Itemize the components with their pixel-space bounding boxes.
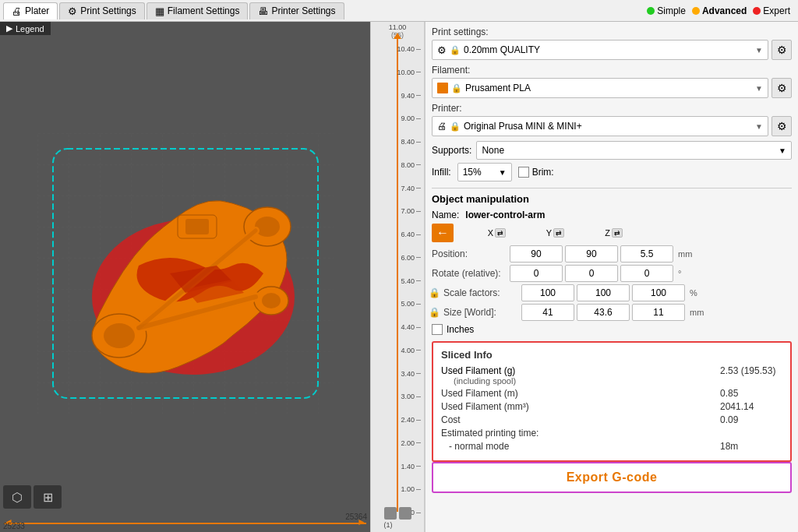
supports-arrow: ▼: [779, 146, 786, 155]
vr-mark-200: 2.00: [374, 439, 421, 447]
advanced-dot: [692, 7, 700, 15]
sliced-label-time-header: Estimated printing time:: [441, 428, 782, 439]
sliced-label-filament-m: Used Filament (m): [441, 388, 720, 399]
size-row: 🔒 Size [World]: 41 43.6 11 mm: [432, 304, 792, 321]
size-z-input[interactable]: 11: [632, 304, 685, 321]
filament-arrow: ▼: [755, 84, 763, 93]
export-gcode-label: Export G-code: [567, 470, 658, 484]
mode-expert[interactable]: Expert: [753, 5, 790, 16]
model-canvas: [0, 37, 370, 509]
vr-mark-500: 5.00: [374, 300, 421, 308]
inches-row: Inches: [432, 324, 792, 335]
vr-bottom-icon2[interactable]: [399, 507, 411, 520]
vr-mark-300: 3.00: [374, 393, 421, 400]
printer-gear-btn[interactable]: ⚙: [772, 116, 792, 136]
print-settings-dropdown[interactable]: ⚙ 🔒 0.20mm QUALITY ▼: [432, 40, 768, 60]
infill-arrow: ▼: [499, 168, 507, 177]
y-label: Y: [546, 228, 552, 238]
z-label: Z: [605, 228, 610, 238]
bottom-label-left: 25233: [3, 522, 25, 530]
export-gcode-button[interactable]: Export G-code: [432, 462, 792, 493]
inches-checkbox[interactable]: [432, 324, 443, 335]
tab-print-settings[interactable]: ⚙ Print Settings: [59, 2, 144, 19]
sliced-row-normal-mode: - normal mode 18m: [441, 441, 782, 452]
sliced-label-normal-mode: - normal mode: [441, 441, 720, 452]
tab-printer-settings[interactable]: 🖶 Printer Settings: [249, 2, 344, 19]
sliced-info: Sliced Info Used Filament (g) (including…: [432, 341, 792, 462]
sliced-value-filament-m: 0.85: [720, 388, 782, 399]
sliced-label-filament-g: Used Filament (g): [441, 365, 720, 376]
svg-point-9: [262, 293, 281, 308]
scale-y-input[interactable]: 100: [577, 284, 630, 301]
brim-checkbox[interactable]: [518, 167, 529, 178]
scale-lock-icon: 🔒: [429, 287, 440, 298]
back-arrow-btn[interactable]: ←: [432, 224, 454, 242]
inches-label: Inches: [447, 324, 474, 335]
vr-mark-640: 6.40: [374, 231, 421, 238]
size-x-input[interactable]: 41: [521, 304, 574, 321]
right-panel: Print settings: ⚙ 🔒 0.20mm QUALITY ▼ ⚙ F…: [425, 22, 798, 532]
vr-bottom-icon1[interactable]: [384, 507, 397, 520]
layer-view-tool[interactable]: ⊞: [34, 485, 62, 509]
tab-printer-settings-label: Printer Settings: [271, 5, 335, 16]
position-row: Position: 90 90 5.5 mm: [432, 245, 792, 262]
tab-filament-settings[interactable]: ▦ Filament Settings: [147, 2, 249, 19]
vr-mark-1000: 10.00: [374, 69, 421, 76]
legend-label: Legend: [16, 24, 44, 33]
printer-dropdown[interactable]: 🖨 🔒 Original Prusa MINI & MINI+ ▼: [432, 116, 768, 136]
z-col-header: Z ⇄: [584, 228, 643, 238]
print-settings-icon: ⚙: [68, 5, 77, 17]
sliced-label-cost: Cost: [441, 414, 720, 425]
infill-dropdown[interactable]: 15% ▼: [457, 163, 512, 181]
mode-advanced[interactable]: Advanced: [692, 5, 747, 16]
vr-mark-740: 7.40: [374, 185, 421, 192]
sliced-value-filament-mm3: 2041.14: [720, 401, 782, 412]
printer-row: 🖨 🔒 Original Prusa MINI & MINI+ ▼ ⚙: [432, 116, 792, 136]
tab-plater[interactable]: 🖨 Plater: [3, 2, 58, 19]
infill-label: Infill:: [432, 167, 451, 178]
rotate-x-input[interactable]: 0: [510, 265, 563, 282]
rotate-z-input[interactable]: 0: [620, 265, 673, 282]
print-settings-gear-btn[interactable]: ⚙: [772, 40, 792, 60]
scale-x-input[interactable]: 100: [521, 284, 574, 301]
mode-simple[interactable]: Simple: [647, 5, 686, 16]
position-label: Position:: [432, 248, 510, 259]
vr-mark-340: 3.40: [374, 370, 421, 378]
model-svg: [37, 125, 334, 421]
size-unit: mm: [690, 308, 704, 317]
sliced-sub-filament-g: (including spool): [441, 376, 720, 386]
back-arrow-row: ← X ⇄ Y ⇄ Z ⇄: [432, 224, 792, 242]
tab-print-settings-label: Print Settings: [80, 5, 136, 16]
size-y-input[interactable]: 43.6: [577, 304, 630, 321]
brim-label: Brim:: [532, 167, 554, 178]
cube-view-tool[interactable]: ⬡: [3, 485, 31, 509]
scale-z-input[interactable]: 100: [632, 284, 685, 301]
x-label: X: [488, 228, 493, 238]
svg-point-5: [104, 323, 135, 348]
filament-row: 🔒 Prusament PLA ▼ ⚙: [432, 78, 792, 98]
vertical-ruler: 11.00 (55) 10.40 10.00 9.40 9.00 8.40 8.…: [370, 22, 425, 532]
filament-label: Filament:: [432, 65, 792, 76]
viewport[interactable]: ▶ Legend: [0, 22, 370, 532]
supports-label: Supports:: [432, 145, 471, 156]
supports-dropdown[interactable]: None ▼: [476, 141, 792, 160]
printer-icon: 🖨: [437, 121, 447, 132]
svg-point-7: [255, 217, 280, 237]
sliced-row-filament-mm3: Used Filament (mm³) 2041.14: [441, 401, 782, 412]
name-label: Name:: [432, 210, 459, 220]
position-y-input[interactable]: 90: [565, 245, 618, 262]
export-wrapper: Export G-code ↓: [432, 462, 792, 493]
rotate-y-input[interactable]: 0: [565, 265, 618, 282]
scale-row: 🔒 Scale factors: 100 100 100 %: [432, 284, 792, 301]
vr-mark-940: 9.40: [374, 92, 421, 100]
filament-gear-btn[interactable]: ⚙: [772, 78, 792, 98]
printer-arrow: ▼: [755, 122, 763, 131]
size-lock-icon: 🔒: [429, 307, 440, 318]
position-z-input[interactable]: 5.5: [620, 245, 673, 262]
bottom-label-right: 25364: [345, 513, 367, 521]
filament-dropdown[interactable]: 🔒 Prusament PLA ▼: [432, 78, 768, 98]
position-x-input[interactable]: 90: [510, 245, 563, 262]
supports-value: None: [482, 145, 504, 156]
sliced-title: Sliced Info: [441, 349, 782, 361]
simple-label: Simple: [657, 5, 686, 16]
